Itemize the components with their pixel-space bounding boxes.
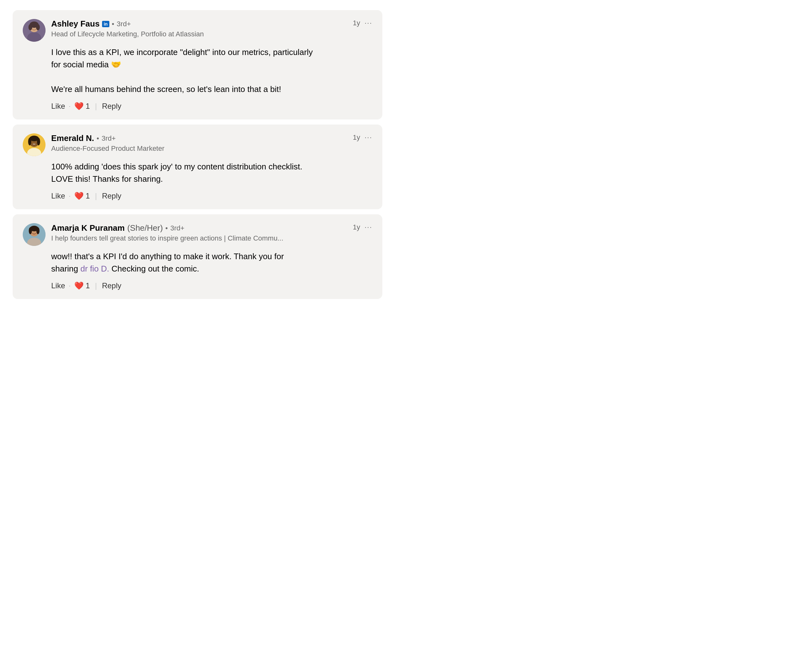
comment-header-left: Ashley Faus in • 3rd+ Head of Lifecycle … [23,19,204,42]
reaction-group: ❤️ 1 [74,192,90,200]
comment-text-line3: Checking out the comic. [112,264,199,274]
comment-text-line2: for social media 🤝 [51,60,121,69]
comment-text-line2: sharing [51,264,78,274]
action-dot: · [69,193,70,200]
linkedin-badge: in [102,21,109,27]
avatar [23,19,45,42]
user-title: Audience-Focused Product Marketer [51,144,164,153]
svg-point-17 [36,227,40,234]
reaction-group: ❤️ 1 [74,102,90,110]
timestamp: 1y [353,223,360,231]
comment-text-line1: wow!! that's a KPI I'd do anything to ma… [51,251,284,261]
user-name: Ashley Faus [51,19,99,29]
reply-button[interactable]: Reply [102,281,122,290]
comment-list: Ashley Faus in • 3rd+ Head of Lifecycle … [13,10,382,299]
comment-card: Emerald N. • 3rd+ Audience-Focused Produ… [13,125,382,209]
user-title: I help founders tell great stories to in… [51,234,283,242]
connection-dot: • [165,224,168,232]
comment-header-right: 1y ··· [353,223,372,231]
like-button[interactable]: Like [51,281,65,290]
connection-dot: • [97,134,99,142]
comment-card: Ashley Faus in • 3rd+ Head of Lifecycle … [13,10,382,120]
svg-point-11 [37,138,40,146]
comment-body: I love this as a KPI, we incorporate "de… [23,46,372,96]
user-info: Emerald N. • 3rd+ Audience-Focused Produ… [51,133,164,153]
avatar [23,133,45,156]
more-options-button[interactable]: ··· [365,19,372,27]
comment-header-left: Amarja K Puranam (She/Her) • 3rd+ I help… [23,223,283,246]
heart-icon: ❤️ [74,281,84,290]
timestamp: 1y [353,19,360,27]
like-button[interactable]: Like [51,192,65,200]
comment-header: Emerald N. • 3rd+ Audience-Focused Produ… [23,133,372,156]
comment-header-left: Emerald N. • 3rd+ Audience-Focused Produ… [23,133,164,156]
comment-body: wow!! that's a KPI I'd do anything to ma… [23,250,372,275]
reaction-count: 1 [86,281,90,290]
user-info: Amarja K Puranam (She/Her) • 3rd+ I help… [51,223,283,242]
connection-degree: 3rd+ [170,224,184,232]
comment-actions: Like · ❤️ 1 | Reply [23,192,372,200]
reply-button[interactable]: Reply [102,192,122,200]
action-dot: · [69,103,70,110]
timestamp: 1y [353,133,360,142]
svg-point-4 [29,24,32,30]
reaction-group: ❤️ 1 [74,281,90,290]
reply-button[interactable]: Reply [102,102,122,110]
connection-degree: 3rd+ [117,20,131,28]
user-info: Ashley Faus in • 3rd+ Head of Lifecycle … [51,19,204,38]
reaction-count: 1 [86,102,90,110]
action-divider: | [95,192,97,200]
comment-text-line1: 100% adding 'does this spark joy' to my … [51,162,302,171]
connection-dot: • [112,20,114,28]
user-name-row: Ashley Faus in • 3rd+ [51,19,204,29]
user-name-row: Amarja K Puranam (She/Her) • 3rd+ [51,223,283,233]
comment-actions: Like · ❤️ 1 | Reply [23,281,372,290]
svg-point-16 [29,227,32,234]
action-divider: | [95,102,97,110]
more-options-button[interactable]: ··· [365,223,372,231]
comment-header: Amarja K Puranam (She/Her) • 3rd+ I help… [23,223,372,246]
heart-icon: ❤️ [74,192,84,200]
user-pronoun: (She/Her) [127,223,163,233]
comment-text-line1: I love this as a KPI, we incorporate "de… [51,47,313,57]
user-name: Amarja K Puranam [51,223,125,233]
reaction-count: 1 [86,192,90,200]
comment-text-line4: We're all humans behind the screen, so l… [51,85,281,94]
action-dot: · [69,283,70,289]
svg-point-5 [36,24,40,30]
comment-header: Ashley Faus in • 3rd+ Head of Lifecycle … [23,19,372,42]
comment-header-right: 1y ··· [353,19,372,27]
mention-link[interactable]: dr fio D. [81,264,109,274]
action-divider: | [95,281,97,290]
comment-body: 100% adding 'does this spark joy' to my … [23,161,372,185]
svg-point-10 [28,138,31,146]
user-title: Head of Lifecycle Marketing, Portfolio a… [51,30,204,38]
avatar [23,223,45,246]
comment-text-line2: LOVE this! Thanks for sharing. [51,174,163,184]
comment-card: Amarja K Puranam (She/Her) • 3rd+ I help… [13,214,382,299]
more-options-button[interactable]: ··· [365,133,372,142]
like-button[interactable]: Like [51,102,65,110]
comment-actions: Like · ❤️ 1 | Reply [23,102,372,110]
comment-header-right: 1y ··· [353,133,372,142]
user-name-row: Emerald N. • 3rd+ [51,133,164,143]
user-name: Emerald N. [51,133,94,143]
heart-icon: ❤️ [74,102,84,110]
connection-degree: 3rd+ [102,134,116,142]
